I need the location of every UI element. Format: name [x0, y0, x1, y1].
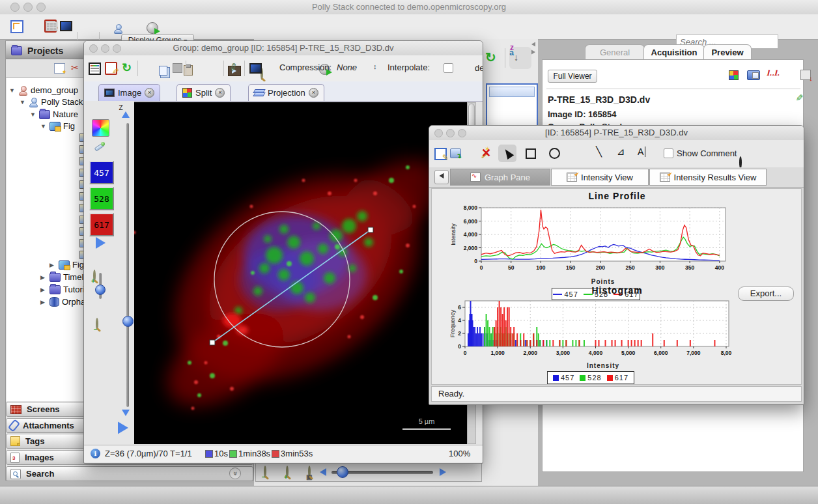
viewer-titlebar[interactable]: Group: demo_group [ID: 165854] P-TRE_15_… — [84, 41, 483, 56]
tree-expanded-icon[interactable]: ▼ — [40, 123, 47, 130]
roi-line-handle-start[interactable] — [210, 340, 215, 345]
viewer-edit-icon[interactable] — [105, 62, 117, 75]
tab-projection[interactable]: Projection × — [248, 84, 324, 101]
split-view-icon[interactable] — [729, 70, 739, 80]
pointer-tool-button[interactable] — [498, 145, 516, 162]
save-results-icon[interactable] — [450, 148, 461, 158]
edit-name-icon[interactable]: ✎ — [794, 94, 804, 102]
z-down-arrow[interactable] — [122, 410, 130, 416]
measurement-minimize-button[interactable] — [446, 129, 455, 137]
zoom-in-icon[interactable]: + — [286, 466, 289, 478]
tab-intensity-view[interactable]: Intensity View — [551, 169, 649, 186]
color-model-icon[interactable] — [92, 119, 109, 137]
tab-intensity-results-view[interactable]: Intensity Results View — [649, 169, 767, 186]
measurement-zoom-button[interactable] — [458, 129, 466, 137]
text-tool-icon[interactable]: A — [638, 147, 645, 157]
thumbnail-view-icon[interactable] — [46, 21, 57, 31]
download-icon[interactable] — [800, 70, 811, 80]
viewer-close-button[interactable] — [89, 44, 98, 53]
close-projection-tab-icon[interactable]: × — [309, 88, 318, 98]
tree-view-icon[interactable] — [10, 20, 23, 33]
close-image-tab-icon[interactable]: × — [145, 88, 154, 98]
tab-scroll-left-button[interactable] — [434, 170, 449, 184]
tree-item[interactable]: ▼Nature — [30, 109, 78, 120]
ellipse-tool-icon[interactable] — [549, 148, 560, 159]
channel-movie-play-icon[interactable] — [96, 237, 106, 249]
new-container-icon[interactable]: ✦ — [54, 63, 65, 74]
tree-item[interactable]: ▶Fig — [49, 259, 84, 270]
tree-item[interactable]: ▶Tutoria — [40, 284, 89, 295]
close-split-tab-icon[interactable]: × — [215, 88, 225, 98]
tab-acquisition[interactable]: Acquisition — [643, 44, 705, 60]
measurement-close-button[interactable] — [434, 129, 443, 137]
thumbnail-selection[interactable] — [486, 83, 538, 132]
rectangle-tool-icon[interactable] — [526, 148, 536, 159]
open-folder-icon[interactable] — [747, 70, 760, 80]
tree-collapsed-icon[interactable]: ▶ — [49, 262, 56, 268]
channel-617-button[interactable]: 617 — [89, 213, 114, 236]
channel-528-button[interactable]: 528 — [89, 187, 114, 210]
tree-collapsed-icon[interactable]: ▶ — [40, 287, 47, 293]
edit-roi-icon[interactable]: ✎ — [434, 148, 447, 160]
image-download-icon[interactable] — [249, 63, 262, 74]
microscopy-image[interactable]: 5 µm — [134, 102, 467, 444]
delete-roi-icon[interactable]: ✕ — [481, 146, 491, 160]
polygon-tool-icon[interactable]: ⊿ — [617, 146, 625, 158]
viewer-refresh-icon[interactable]: ↻ — [122, 61, 132, 75]
tree-item[interactable]: ▶Timela — [40, 272, 89, 283]
lens-zoom-out-icon[interactable]: − — [96, 318, 98, 330]
tree-item[interactable]: ▼Polly Stack — [20, 96, 83, 107]
rendering-settings-icon[interactable] — [89, 63, 101, 75]
lens-slider-knob[interactable] — [95, 285, 106, 295]
cut-icon[interactable]: ✂ — [71, 63, 79, 73]
sidebar-item-search[interactable]: Search» — [6, 466, 253, 481]
z-slider-knob[interactable] — [122, 316, 134, 327]
line-tool-icon[interactable]: ╲ — [596, 146, 602, 158]
zoom-fit-icon[interactable]: ▣ — [308, 466, 311, 478]
tree-item[interactable]: ▶Orpha — [40, 296, 85, 307]
close-window-button[interactable] — [10, 3, 20, 12]
show-comment-checkbox[interactable] — [664, 148, 673, 158]
z-slider-track[interactable] — [126, 123, 129, 407]
copy-icon[interactable] — [159, 66, 167, 76]
tree-expanded-icon[interactable]: ▼ — [9, 87, 16, 94]
z-up-arrow[interactable] — [122, 111, 130, 118]
sort-az-button[interactable]: ↓ — [509, 47, 531, 69]
user-icon[interactable] — [113, 23, 123, 34]
tree-item[interactable]: ▼demo_group — [9, 85, 78, 96]
tree-expanded-icon[interactable]: ▼ — [20, 99, 26, 105]
server-import-icon[interactable] — [147, 22, 158, 34]
tab-preview[interactable]: Preview — [703, 44, 752, 60]
zoom-out-icon[interactable]: − — [264, 466, 266, 478]
z-play-icon[interactable] — [118, 421, 128, 434]
compression-stepper[interactable]: ↕ — [373, 63, 377, 70]
channel-457-button[interactable]: 457 — [89, 161, 114, 184]
collapse-right-icon[interactable] — [531, 49, 535, 54]
measure-tool-icon[interactable]: l..l. — [767, 69, 780, 77]
tab-image[interactable]: Image × — [98, 84, 160, 101]
roi-line-handle-end[interactable] — [368, 227, 373, 232]
full-viewer-button[interactable]: Full Viewer — [548, 70, 597, 83]
collapse-left-icon[interactable] — [531, 42, 535, 46]
expand-search-icon[interactable]: » — [229, 468, 241, 479]
zoom-window-button[interactable] — [36, 3, 46, 12]
tab-graph-pane[interactable]: Graph Pane — [450, 169, 550, 186]
tree-expanded-icon[interactable]: ▼ — [30, 111, 36, 118]
tab-split[interactable]: Split × — [176, 84, 231, 101]
interpolate-checkbox[interactable] — [444, 63, 453, 73]
tree-collapsed-icon[interactable]: ▶ — [40, 299, 47, 305]
slider-right-arrow[interactable] — [440, 468, 446, 476]
color-picker-icon[interactable] — [93, 141, 105, 153]
tab-general[interactable]: General — [585, 44, 645, 60]
save-icon[interactable] — [173, 63, 182, 73]
measurement-titlebar[interactable]: [ID: 165854] P-TRE_15_R3D_D3D.dv — [429, 126, 804, 141]
lens-zoom-in-icon[interactable]: + — [93, 270, 96, 282]
viewer-minimize-button[interactable] — [101, 44, 109, 53]
info-icon[interactable]: i — [91, 449, 100, 458]
tree-item[interactable]: ▼Fig — [40, 120, 75, 132]
refresh-thumbnails-icon[interactable]: ↻ — [485, 49, 496, 65]
viewer-zoom-button[interactable] — [113, 44, 121, 53]
tree-collapsed-icon[interactable]: ▶ — [40, 274, 47, 281]
slider-left-arrow[interactable] — [320, 468, 326, 476]
image-view-icon[interactable] — [60, 21, 72, 31]
